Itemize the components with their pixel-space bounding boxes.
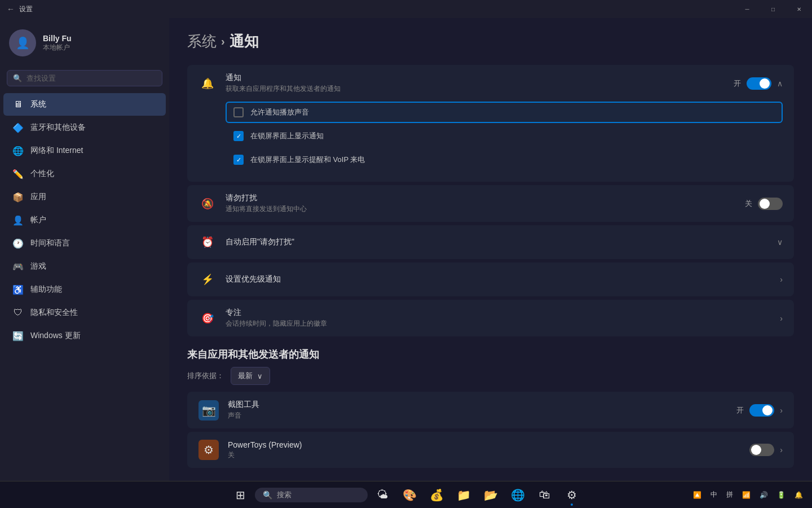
settings-app[interactable]: ⚙: [559, 483, 584, 507]
auto-dnd-title: 自动启用"请勿打扰": [226, 237, 768, 247]
back-button[interactable]: ←: [7, 5, 15, 14]
search-box[interactable]: 🔍: [7, 70, 162, 86]
sidebar-item-accounts[interactable]: 👤 帐户: [3, 209, 166, 231]
edge-app[interactable]: 🌐: [505, 483, 530, 507]
priority-title: 设置优先级通知: [226, 274, 771, 284]
auto-dnd-header[interactable]: ⏰ 自动启用"请勿打扰" ∨: [187, 225, 794, 259]
nav-icon-system: 🖥: [12, 99, 24, 110]
auto-dnd-icon: ⏰: [198, 233, 217, 251]
dnd-title: 请勿打扰: [226, 193, 736, 203]
network-icon[interactable]: 📶: [740, 490, 753, 500]
nav-label-update: Windows 更新: [30, 331, 81, 341]
minimize-button[interactable]: ─: [734, 0, 760, 18]
start-button[interactable]: ⊞: [228, 483, 253, 507]
notification-icon[interactable]: 🔔: [792, 490, 805, 500]
sidebar-item-time[interactable]: 🕐 时间和语言: [3, 232, 166, 255]
breadcrumb-current: 通知: [230, 32, 259, 51]
screenshot-right: 开 ›: [736, 404, 783, 417]
search-input[interactable]: [27, 74, 156, 82]
nav-icon-accounts: 👤: [12, 214, 24, 226]
close-button[interactable]: ✕: [786, 0, 812, 18]
user-profile[interactable]: 👤 Billy Fu 本地帐户: [0, 18, 169, 68]
powertoys-toggle[interactable]: [749, 444, 774, 456]
coin-app[interactable]: 💰: [424, 483, 449, 507]
screenshot-status: 声音: [228, 411, 727, 421]
nav-icon-gaming: 🎮: [12, 261, 24, 272]
screenshot-toggle[interactable]: [749, 404, 774, 417]
priority-right: ›: [780, 275, 783, 284]
voip-checkbox[interactable]: [233, 155, 244, 165]
screenshot-arrow[interactable]: ›: [780, 406, 783, 415]
volume-icon[interactable]: 🔊: [757, 490, 770, 500]
powertoys-icon: ⚙: [198, 440, 219, 460]
battery-icon[interactable]: 🔋: [775, 490, 788, 500]
priority-arrow[interactable]: ›: [780, 275, 783, 284]
notification-chevron[interactable]: ∧: [777, 79, 783, 88]
focus-arrow[interactable]: ›: [780, 314, 783, 323]
voip-label: 在锁屏界面上显示提醒和 VoIP 来电: [250, 155, 365, 165]
notification-toggle[interactable]: [747, 77, 771, 90]
sidebar-item-system[interactable]: 🖥 系统: [3, 93, 166, 116]
widgets-button[interactable]: 🌤: [370, 483, 395, 507]
sort-dropdown[interactable]: 最新 ∨: [231, 367, 270, 385]
colorful-app[interactable]: 🎨: [397, 483, 422, 507]
checkbox-voip[interactable]: 在锁屏界面上显示提醒和 VoIP 来电: [226, 149, 783, 170]
sidebar-item-gaming[interactable]: 🎮 游戏: [3, 255, 166, 278]
lock-screen-label: 在锁屏界面上显示通知: [250, 131, 324, 141]
nav-icon-bluetooth: 🔷: [12, 122, 24, 133]
store-app[interactable]: 🛍: [532, 483, 557, 507]
dnd-right: 关: [745, 198, 783, 210]
screenshot-name: 截图工具: [228, 400, 727, 410]
lock-screen-checkbox[interactable]: [233, 131, 244, 141]
powertoys-right: ›: [749, 444, 783, 456]
notification-toggle-label: 开: [734, 78, 741, 89]
focus-title: 专注: [226, 308, 771, 318]
powertoys-header[interactable]: ⚙ PowerToys (Preview) 关 ›: [187, 432, 794, 468]
sidebar-item-update[interactable]: 🔄 Windows 更新: [3, 325, 166, 347]
priority-icon: ⚡: [198, 270, 217, 288]
powertoys-arrow[interactable]: ›: [780, 445, 783, 454]
dnd-toggle[interactable]: [758, 198, 783, 210]
nav-icon-update: 🔄: [12, 330, 24, 341]
sidebar-item-personalization[interactable]: ✏️ 个性化: [3, 163, 166, 185]
priority-header[interactable]: ⚡ 设置优先级通知 ›: [187, 262, 794, 296]
explorer-app[interactable]: 📂: [478, 483, 503, 507]
breadcrumb-parent: 系统: [187, 32, 217, 51]
notification-center-icon[interactable]: 🔼: [691, 490, 704, 500]
screenshot-icon: 📷: [198, 400, 219, 421]
screenshot-header[interactable]: 📷 截图工具 声音 开 ›: [187, 392, 794, 428]
ime-zh[interactable]: 中: [708, 489, 720, 501]
auto-dnd-chevron[interactable]: ∨: [777, 238, 783, 247]
sidebar: 👤 Billy Fu 本地帐户 🔍 🖥 系统 🔷 蓝牙和其他设备 🌐 网络和 I…: [0, 18, 169, 481]
checkbox-allow-sound[interactable]: 允许通知播放声音: [226, 102, 783, 123]
ime-pinyin[interactable]: 拼: [724, 489, 735, 501]
taskbar-center: ⊞ 🔍 搜索 🌤 🎨 💰 📁 📂 🌐 🛍 ⚙: [228, 483, 584, 507]
focus-header[interactable]: 🎯 专注 会话持续时间，隐藏应用上的徽章 ›: [187, 300, 794, 336]
search-icon: 🔍: [13, 74, 22, 82]
nav-label-gaming: 游戏: [30, 261, 46, 271]
sort-value: 最新: [238, 371, 253, 381]
sidebar-item-privacy[interactable]: 🛡 隐私和安全性: [3, 301, 166, 324]
nav-icon-privacy: 🛡: [12, 307, 24, 318]
taskbar-search[interactable]: 🔍 搜索: [255, 488, 368, 502]
nav-label-privacy: 隐私和安全性: [30, 308, 78, 318]
sidebar-item-apps[interactable]: 📦 应用: [3, 186, 166, 208]
files-app[interactable]: 📁: [451, 483, 476, 507]
sidebar-item-network[interactable]: 🌐 网络和 Internet: [3, 139, 166, 162]
allow-sound-checkbox[interactable]: [233, 107, 244, 117]
dnd-section: 🔕 请勿打扰 通知将直接发送到通知中心 关: [187, 185, 794, 222]
apps-section-title: 来自应用和其他发送者的通知: [187, 348, 794, 361]
taskbar-search-icon: 🔍: [263, 491, 272, 500]
dnd-subtitle: 通知将直接发送到通知中心: [226, 204, 736, 214]
maximize-button[interactable]: □: [760, 0, 786, 18]
notification-header[interactable]: 🔔 通知 获取来自应用程序和其他发送者的通知 开 ∧: [187, 65, 794, 102]
powertoys-status: 关: [228, 450, 740, 460]
checkbox-lock-screen[interactable]: 在锁屏界面上显示通知: [226, 125, 783, 147]
sidebar-item-bluetooth[interactable]: 🔷 蓝牙和其他设备: [3, 116, 166, 139]
avatar: 👤: [9, 29, 36, 56]
content-area: 系统 › 通知 🔔 通知 获取来自应用程序和其他发送者的通知 开 ∧: [169, 18, 812, 481]
dnd-header[interactable]: 🔕 请勿打扰 通知将直接发送到通知中心 关: [187, 185, 794, 222]
nav-icon-personalization: ✏️: [12, 168, 24, 179]
sidebar-item-accessibility[interactable]: ♿ 辅助功能: [3, 278, 166, 301]
nav-icon-accessibility: ♿: [12, 284, 24, 295]
